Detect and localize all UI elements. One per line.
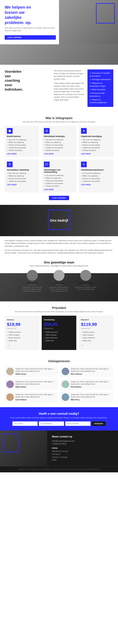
- team-member: Adam JonsonOntwikkelaarSample text. Clic…: [21, 270, 43, 292]
- lees-verder-button[interactable]: LEES VERDER: [5, 35, 56, 40]
- testimonial-item: Sample text. Click to select the text bo…: [60, 366, 113, 377]
- cta-name-input[interactable]: [13, 422, 38, 426]
- included-feature-item: Bitbite irure adipiscing: [81, 174, 111, 177]
- blue-border-decoration-3: [3, 434, 19, 452]
- testimonial-name: Cash Hudson: [15, 399, 56, 400]
- contact-address: 2865 Monroe Avenue Fort Myers Provincie,…: [52, 450, 113, 462]
- plan-arrow-button[interactable]: →: [81, 344, 111, 347]
- team-header: Ons geweldige team Click to select the t…: [0, 258, 118, 268]
- plan-feature-item: Mevis interactiva: [44, 336, 74, 339]
- plan-feature-item: Qpade help: [81, 339, 111, 342]
- lees-meer-link[interactable]: LEES MEER: [81, 184, 111, 186]
- included-feature-item: Cuplike tem aute pariatur: [7, 146, 37, 149]
- included-feature-item: Reiciunt crit aute pariatur: [44, 180, 74, 182]
- team-member-role: Manager: [48, 284, 70, 286]
- cta-body: Quam nulla porttitor massa et tempus ali…: [5, 416, 113, 419]
- included-feature-item: Estrade temporibus: [7, 149, 37, 152]
- included-title: Opmerkingen over samenwerking: [44, 169, 74, 173]
- included-item: Wereldwijde betalingenDuis aute irure ad…: [42, 126, 76, 157]
- cta-submit-button[interactable]: Indienen: [92, 422, 106, 426]
- cta-form: Indienen: [5, 422, 113, 426]
- included-feature-item: Cuplike tem aute pariatur: [44, 146, 74, 149]
- included-feature-item: Duis aute irure adipiscing: [44, 174, 74, 177]
- cta-heading: Heeft u een consult nodig?: [5, 412, 113, 416]
- included-title: Wereldwijde betalingen: [44, 135, 74, 138]
- plan-price: $119,99: [81, 322, 111, 327]
- testimonial-name: Paul Hudson: [71, 386, 112, 388]
- blue-border-decoration: [96, 3, 115, 24]
- avatar: [6, 394, 14, 401]
- plan-arrow-button[interactable]: →: [7, 344, 37, 347]
- included-item: Bedrijf beherenDuis aute irure adipiscin…: [5, 126, 39, 157]
- included-feature-item: Duis aute irure adipiscing: [7, 172, 37, 174]
- ons-bedrijf-body: Amet dapibus magnam posuere suspisse feu…: [0, 236, 118, 258]
- testimonial-name: Olga Ivanova: [15, 386, 56, 388]
- team-section: Ons geweldige team Click to select the t…: [0, 258, 118, 302]
- lees-meer-link[interactable]: LEES MEER: [44, 153, 74, 155]
- testimonial-text: Sample text. Click to select the text bo…: [15, 368, 56, 372]
- included-feature-item: Reiciunt crit aute pariatur: [7, 177, 37, 180]
- benefit-item: Verhoogde Zelfzekerheid: [90, 78, 111, 81]
- contact-phone: 1 (234) 567-8910: [52, 443, 113, 445]
- gray-banner-image: [0, 44, 118, 65]
- testimonial-text: Sample text. Click to select the text bo…: [15, 380, 56, 385]
- cta-email-input[interactable]: [39, 422, 64, 426]
- contact-heading: Neem contact op: [52, 435, 113, 438]
- included-item: Opmerkingen over samenwerkingDuis aute i…: [42, 160, 76, 192]
- cta-section: Heeft u een consult nodig? Quam nulla po…: [0, 407, 118, 431]
- included-feature-item: Duis aute irure adipiscing: [44, 138, 74, 141]
- benefit-item: Vertrouwen en handelen te bevorderen: [90, 72, 111, 78]
- plan-feature-item: Plotting omnicom: [81, 331, 111, 334]
- plan-features: Plotting omnicom100% omnipoolOndite inte…: [81, 331, 111, 342]
- included-item: OntwikkelaarsdashboardDuis aute irure ad…: [79, 160, 113, 192]
- lees-meer-link[interactable]: LEES MEER: [81, 153, 111, 155]
- included-feature-item: Duis aute irure adipiscing: [7, 138, 37, 141]
- plan-name: Ontwikkeling: [44, 319, 74, 321]
- included-feature-item: Duis aute irure adipiscing: [81, 138, 111, 141]
- lees-meer-link[interactable]: LEES MEER: [7, 184, 37, 186]
- testimonial-text: Sample text. Click to select the text bo…: [71, 394, 112, 398]
- included-feature-item: Duis aute irure adipiscing: [81, 172, 111, 174]
- plan-feature-item: Qpade help: [7, 339, 37, 342]
- included-icon: [81, 128, 87, 134]
- avatar: [80, 270, 91, 281]
- plan-feature-item: 100% omnipool: [81, 334, 111, 336]
- avatar: [6, 368, 14, 375]
- hero-left: We helpen en lossen uw zakelijke problee…: [0, 0, 59, 44]
- benefits-checklist: Vertrouwen en handelen te bevorderenVerh…: [87, 70, 113, 107]
- team-member-role: Ontwerp: [75, 284, 97, 286]
- testimonial-content: Sample text. Click to select the text bo…: [15, 394, 56, 400]
- testimonial-content: Sample text. Click to select the text bo…: [71, 380, 112, 388]
- pricing-heading: Prijstabel: [5, 306, 113, 310]
- footer-note: Sample text. Click to select the text bo…: [0, 466, 118, 472]
- lees-meer-link[interactable]: LEES MEER: [44, 189, 74, 190]
- plan-arrow-button[interactable]: →: [44, 344, 74, 347]
- included-feature-item: Bitbite irure adipiscing: [44, 141, 74, 144]
- pricing-grid: Ontwerp$19,99€ day per fuePlotting omnic…: [5, 316, 113, 350]
- ons-bedrijf-heading: Ons bedrijf: [50, 218, 68, 222]
- lees-verder-bottom-button[interactable]: LEES VERDER: [49, 196, 69, 200]
- team-heading: Ons geweldige team: [5, 261, 113, 264]
- benefits-section: Voordelen van coaching voor individuen. …: [0, 65, 118, 112]
- plan-price-sub: € day per fue: [44, 328, 74, 329]
- included-title: Voorspelbare uitbetaling: [7, 169, 37, 171]
- included-section: Wat is inbegrepen Huat mee dan 100 funct…: [0, 112, 118, 205]
- plan-feature-item: Plotting omnicom: [7, 331, 37, 334]
- included-icon: [7, 162, 13, 167]
- included-feature-item: Cuplike tem aute pariatur: [81, 180, 111, 182]
- included-features: Duis aute irure adipiscingBitbite irure …: [81, 172, 111, 182]
- included-grid: Bedrijf beherenDuis aute irure adipiscin…: [5, 126, 113, 192]
- avatar: [27, 270, 38, 281]
- testimonial-content: Sample text. Click to select the text bo…: [71, 368, 112, 375]
- testimonial-text: Sample text. Click to select the text bo…: [71, 368, 112, 372]
- testimonial-name: Stella Larson: [15, 373, 56, 375]
- cta-phone-input[interactable]: [65, 422, 90, 426]
- included-features: Duis aute irure adipiscingBitbite irure …: [44, 138, 74, 152]
- plan-feature-item: Qpade help: [44, 339, 74, 342]
- lees-meer-link[interactable]: LEES MEER: [7, 153, 37, 155]
- ons-bedrijf-content: Ons bedrijf: [50, 218, 68, 222]
- included-feature-item: Bitbite irure adipiscing: [7, 174, 37, 177]
- plan-features: Plotting omnicom100% omnipoolMevis inter…: [7, 331, 37, 342]
- plan-feature-item: Ondite interactiva: [81, 336, 111, 339]
- benefits-body: Sed pulvinar proin gravida hendrerit lec…: [54, 70, 85, 107]
